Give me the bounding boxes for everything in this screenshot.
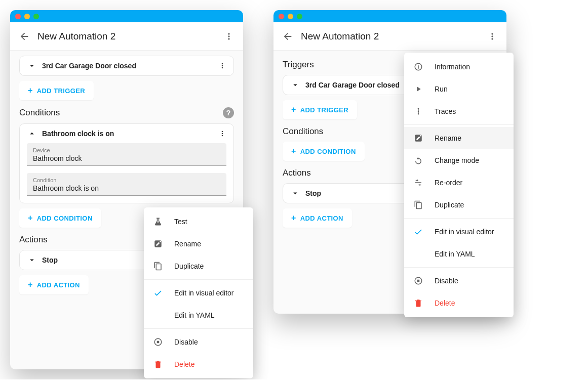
overflow-button[interactable] xyxy=(219,26,239,47)
minimize-dot[interactable] xyxy=(288,14,293,19)
chevron-down-icon xyxy=(27,61,37,70)
condition-menu-button[interactable] xyxy=(215,130,229,138)
check-icon xyxy=(153,288,163,298)
menu-delete-label: Delete xyxy=(435,299,455,307)
add-trigger-button[interactable]: + ADD TRIGGER xyxy=(19,81,94,100)
minimize-dot[interactable] xyxy=(24,14,30,19)
add-trigger-button[interactable]: + ADD TRIGGER xyxy=(283,100,357,119)
menu-reorder[interactable]: Re-order xyxy=(404,172,514,194)
menu-traces[interactable]: Traces xyxy=(404,100,514,122)
menu-disable-label: Disable xyxy=(435,277,458,285)
window-right: New Automation 2 Triggers 3rd Car Garage… xyxy=(273,10,506,314)
mac-titlebar xyxy=(10,10,243,22)
menu-information[interactable]: Information xyxy=(404,56,514,78)
plus-icon: + xyxy=(291,147,296,155)
overflow-button[interactable] xyxy=(482,26,502,47)
plus-icon: + xyxy=(291,214,296,222)
menu-run-label: Run xyxy=(435,85,448,93)
trash-icon xyxy=(413,298,423,308)
menu-rename-label: Rename xyxy=(174,240,201,248)
condition-label: Condition xyxy=(33,177,220,183)
menu-edit-yaml[interactable]: Edit in YAML xyxy=(404,243,514,265)
menu-duplicate-label: Duplicate xyxy=(174,262,204,270)
menu-disable[interactable]: Disable xyxy=(144,331,253,353)
info-icon xyxy=(413,62,423,72)
device-label: Device xyxy=(33,147,220,153)
menu-traces-label: Traces xyxy=(435,107,456,115)
menu-duplicate[interactable]: Duplicate xyxy=(144,255,253,277)
device-field[interactable]: Device Bathroom clock xyxy=(27,143,226,166)
add-action-button[interactable]: + ADD ACTION xyxy=(19,275,89,294)
trigger-card[interactable]: 3rd Car Garage Door closed xyxy=(19,56,234,76)
play-icon xyxy=(413,84,423,94)
menu-edit-visual-label: Edit in visual editor xyxy=(174,289,234,297)
condition-card: Bathroom clock is on Device Bathroom clo… xyxy=(19,123,234,203)
menu-delete[interactable]: Delete xyxy=(404,292,514,314)
menu-rename[interactable]: Rename xyxy=(144,233,253,255)
menu-duplicate-label: Duplicate xyxy=(435,201,464,209)
menu-divider xyxy=(144,279,253,280)
chevron-down-icon xyxy=(290,80,300,90)
page-title: New Automation 2 xyxy=(301,31,482,42)
chevron-down-icon xyxy=(290,189,300,198)
menu-delete[interactable]: Delete xyxy=(144,353,253,375)
menu-reorder-label: Re-order xyxy=(435,179,462,187)
conditions-heading: Conditions xyxy=(19,108,223,118)
trigger-menu-button[interactable] xyxy=(215,62,229,70)
trash-icon xyxy=(153,359,163,369)
app-bar: New Automation 2 xyxy=(273,22,506,51)
reorder-icon xyxy=(413,178,423,188)
help-icon[interactable]: ? xyxy=(223,107,234,118)
maximize-dot[interactable] xyxy=(297,14,302,19)
blank-icon xyxy=(413,249,423,259)
menu-edit-yaml[interactable]: Edit in YAML xyxy=(144,304,253,326)
arrow-left-icon xyxy=(19,31,30,42)
add-action-button[interactable]: + ADD ACTION xyxy=(283,208,352,228)
add-condition-button[interactable]: + ADD CONDITION xyxy=(19,208,101,228)
condition-value: Bathroom clock is on xyxy=(33,184,220,192)
check-icon xyxy=(413,227,423,237)
menu-test[interactable]: Test xyxy=(144,210,253,233)
add-condition-label: ADD CONDITION xyxy=(300,148,356,155)
menu-disable[interactable]: Disable xyxy=(404,270,514,292)
condition-field[interactable]: Condition Bathroom clock is on xyxy=(27,173,226,196)
menu-duplicate[interactable]: Duplicate xyxy=(404,194,514,216)
menu-run[interactable]: Run xyxy=(404,78,514,100)
menu-rename-label: Rename xyxy=(435,134,461,142)
duplicate-icon xyxy=(413,200,423,210)
dots-vertical-icon xyxy=(224,31,234,41)
add-condition-button[interactable]: + ADD CONDITION xyxy=(283,142,365,161)
stop-circle-icon xyxy=(153,337,163,347)
blank-icon xyxy=(153,310,163,320)
menu-edit-yaml-label: Edit in YAML xyxy=(435,250,475,258)
maximize-dot[interactable] xyxy=(33,14,39,19)
condition-card-header[interactable]: Bathroom clock is on xyxy=(20,124,233,143)
rename-icon xyxy=(153,239,163,249)
menu-edit-visual-label: Edit in visual editor xyxy=(435,228,494,236)
automation-overflow-menu: Information Run Traces xyxy=(404,53,514,317)
condition-title: Bathroom clock is on xyxy=(42,130,210,138)
menu-change-mode[interactable]: Change mode xyxy=(404,149,514,172)
change-mode-icon xyxy=(413,155,423,165)
add-trigger-label: ADD TRIGGER xyxy=(37,87,85,95)
back-button[interactable] xyxy=(14,26,34,47)
close-dot[interactable] xyxy=(15,14,21,19)
menu-edit-visual[interactable]: Edit in visual editor xyxy=(144,282,253,304)
menu-change-mode-label: Change mode xyxy=(435,156,479,164)
plus-icon: + xyxy=(291,106,296,114)
back-button[interactable] xyxy=(278,26,298,47)
menu-divider xyxy=(144,328,253,329)
menu-rename[interactable]: Rename xyxy=(404,127,514,149)
stop-circle-icon xyxy=(413,276,423,286)
add-condition-label: ADD CONDITION xyxy=(37,215,93,222)
menu-divider xyxy=(404,124,514,125)
close-dot[interactable] xyxy=(279,14,284,19)
rename-icon xyxy=(413,133,423,143)
menu-edit-visual[interactable]: Edit in visual editor xyxy=(404,221,514,243)
menu-divider xyxy=(404,267,514,268)
menu-information-label: Information xyxy=(435,63,470,71)
page-title: New Automation 2 xyxy=(37,31,219,42)
arrow-left-icon xyxy=(282,31,293,42)
trigger-title: 3rd Car Garage Door closed xyxy=(42,62,210,70)
plus-icon: + xyxy=(28,281,33,289)
